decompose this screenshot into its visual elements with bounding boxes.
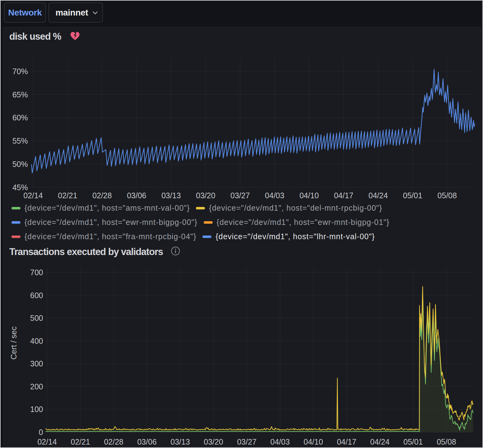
svg-text:03/20: 03/20	[204, 437, 223, 446]
svg-text:04/17: 04/17	[337, 437, 357, 446]
svg-text:03/20: 03/20	[196, 191, 215, 200]
svg-text:02/14: 02/14	[24, 191, 43, 200]
svg-text:50%: 50%	[12, 160, 28, 168]
svg-text:45%: 45%	[12, 183, 28, 192]
svg-text:03/13: 03/13	[162, 191, 181, 200]
svg-text:04/17: 04/17	[334, 191, 353, 200]
svg-text:04/10: 04/10	[304, 437, 323, 446]
svg-text:55%: 55%	[12, 137, 28, 145]
svg-text:300: 300	[30, 359, 43, 368]
svg-text:02/28: 02/28	[92, 191, 112, 200]
svg-text:03/27: 03/27	[237, 437, 257, 446]
svg-text:400: 400	[30, 337, 43, 345]
svg-text:02/14: 02/14	[38, 437, 57, 446]
svg-text:03/06: 03/06	[137, 437, 157, 446]
svg-text:02/21: 02/21	[71, 437, 90, 446]
svg-text:04/03: 04/03	[265, 191, 285, 200]
svg-text:04/10: 04/10	[299, 191, 319, 200]
svg-text:60%: 60%	[12, 113, 28, 122]
svg-text:04/03: 04/03	[270, 437, 290, 446]
svg-text:700: 700	[30, 268, 43, 277]
svg-text:02/21: 02/21	[58, 191, 78, 200]
svg-text:05/08: 05/08	[437, 191, 457, 200]
svg-text:600: 600	[30, 291, 43, 300]
svg-text:500: 500	[30, 314, 43, 322]
svg-text:03/06: 03/06	[127, 191, 146, 200]
svg-text:05/01: 05/01	[403, 191, 423, 200]
svg-text:70%: 70%	[12, 67, 28, 76]
svg-text:05/01: 05/01	[403, 437, 423, 446]
svg-text:02/28: 02/28	[104, 437, 123, 446]
svg-text:04/24: 04/24	[370, 437, 390, 446]
svg-text:04/24: 04/24	[369, 191, 388, 200]
svg-text:03/13: 03/13	[171, 437, 190, 446]
svg-text:200: 200	[30, 382, 43, 391]
svg-text:65%: 65%	[12, 90, 28, 99]
svg-text:03/27: 03/27	[230, 191, 250, 200]
svg-text:100: 100	[30, 405, 43, 414]
svg-text:05/08: 05/08	[437, 437, 456, 446]
svg-text:0: 0	[39, 428, 43, 437]
